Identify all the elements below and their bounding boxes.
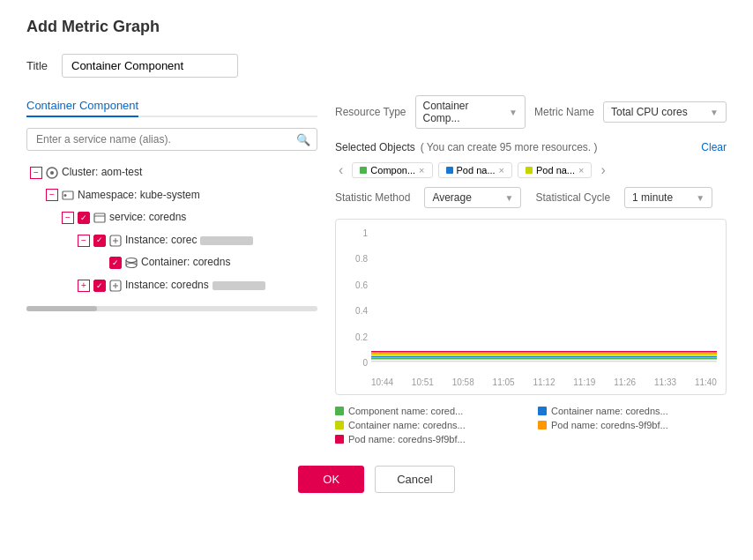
legend-dot-5 xyxy=(335,435,344,444)
tab-container-component[interactable]: Container Component xyxy=(26,95,138,117)
y-label-0: 0 xyxy=(362,358,368,368)
expand-icon-service[interactable]: − xyxy=(62,212,74,224)
tree-node-container[interactable]: Container: coredns xyxy=(26,251,317,274)
tree-node-cluster[interactable]: − Cluster: aom-test xyxy=(26,161,317,184)
nav-arrow-left[interactable]: ‹ xyxy=(335,162,347,178)
legend-text-5: Pod name: coredns-9f9bf... xyxy=(348,434,466,444)
expand-icon-cluster[interactable]: − xyxy=(30,167,42,179)
title-label: Title xyxy=(26,59,53,72)
x-label-1140: 11:40 xyxy=(695,377,717,387)
tag-3-text: Pod na... xyxy=(536,165,575,175)
y-label-08: 0.8 xyxy=(355,254,368,264)
service-label: service: coredns xyxy=(109,208,186,228)
chart-svg xyxy=(371,228,717,368)
statistical-cycle-arrow: ▼ xyxy=(696,193,705,203)
cluster-label: Cluster: aom-test xyxy=(62,163,142,183)
ok-button[interactable]: OK xyxy=(298,466,364,493)
title-input[interactable] xyxy=(62,54,238,78)
resource-type-select[interactable]: Container Comp... ▼ xyxy=(415,95,526,129)
x-label-1051: 10:51 xyxy=(412,377,434,387)
tag-1-dot xyxy=(360,167,367,174)
selected-objects-hint: ( You can create 95 more resources. ) xyxy=(421,141,598,153)
statistical-cycle-label: Statistical Cycle xyxy=(535,191,610,204)
x-label-1112: 11:12 xyxy=(533,377,555,387)
search-input[interactable] xyxy=(26,128,317,151)
clear-button[interactable]: Clear xyxy=(701,141,727,153)
legend-text-2: Container name: coredns... xyxy=(551,406,668,416)
expand-icon-namespace[interactable]: − xyxy=(46,189,58,201)
cluster-icon xyxy=(46,167,58,179)
tag-3-remove[interactable]: × xyxy=(578,165,584,175)
statistical-cycle-value: 1 minute xyxy=(632,191,692,204)
legend-item-5: Pod name: coredns-9f9bf... xyxy=(335,434,524,444)
instance2-blur xyxy=(212,281,265,290)
checkbox-service[interactable] xyxy=(78,212,90,224)
tag-1-text: Compon... xyxy=(370,165,415,175)
instance2-icon xyxy=(109,280,122,292)
footer-buttons: OK Cancel xyxy=(26,466,727,493)
legend-item-2: Container name: coredns... xyxy=(538,406,727,416)
tree-container: − Cluster: aom-test − Namespace: kube-sy… xyxy=(26,161,317,297)
tag-2-text: Pod na... xyxy=(457,165,496,175)
cancel-button[interactable]: Cancel xyxy=(375,466,454,493)
legend-text-4: Pod name: coredns-9f9bf... xyxy=(551,420,668,430)
legend-area: Component name: cored... Container name:… xyxy=(335,406,727,444)
y-label-06: 0.6 xyxy=(355,280,368,290)
metric-name-arrow: ▼ xyxy=(710,108,719,117)
legend-text-3: Container name: coredns... xyxy=(348,420,466,430)
statistic-method-arrow: ▼ xyxy=(504,193,513,203)
title-row: Title xyxy=(26,54,727,78)
tree-node-service[interactable]: − service: coredns xyxy=(26,206,317,229)
statistic-method-label: Statistic Method xyxy=(335,191,410,204)
instance1-label: Instance: corec xyxy=(125,231,197,250)
namespace-label: Namespace: kube-system xyxy=(78,186,200,205)
svg-point-3 xyxy=(64,194,67,197)
tree-node-namespace[interactable]: − Namespace: kube-system xyxy=(26,184,317,207)
tree-node-instance1[interactable]: − Instance: corec xyxy=(26,229,317,252)
statistical-cycle-select[interactable]: 1 minute ▼ xyxy=(624,187,712,208)
tag-3-dot xyxy=(526,167,533,174)
x-label-1058: 10:58 xyxy=(452,377,474,387)
tree-node-instance2[interactable]: + Instance: coredns xyxy=(26,274,317,297)
expand-icon-instance1[interactable]: − xyxy=(78,235,90,247)
right-panel: Resource Type Container Comp... ▼ Metric… xyxy=(335,95,727,444)
service-icon xyxy=(93,212,106,224)
selected-objects-label: Selected Objects xyxy=(335,141,415,153)
nav-arrow-right[interactable]: › xyxy=(597,162,608,178)
metric-name-label: Metric Name xyxy=(534,106,594,118)
tag-1-remove[interactable]: × xyxy=(419,165,424,175)
instance2-label: Instance: coredns xyxy=(125,276,209,295)
x-label-1044: 10:44 xyxy=(371,377,393,387)
tag-2-remove[interactable]: × xyxy=(499,165,504,175)
legend-dot-3 xyxy=(335,421,344,429)
tag-2: Pod na... × xyxy=(438,162,512,178)
instance1-blur xyxy=(200,236,253,245)
legend-dot-1 xyxy=(335,407,344,415)
x-label-1126: 11:26 xyxy=(614,377,636,387)
container-icon xyxy=(125,257,138,269)
legend-dot-4 xyxy=(538,421,547,429)
x-label-1133: 11:33 xyxy=(654,377,676,387)
statistic-method-select[interactable]: Average ▼ xyxy=(424,187,521,208)
expand-icon-instance2[interactable]: + xyxy=(78,280,90,292)
resource-type-value: Container Comp... xyxy=(423,100,506,124)
resource-type-arrow: ▼ xyxy=(509,108,518,117)
legend-item-1: Component name: cored... xyxy=(335,406,524,416)
scroll-bar[interactable] xyxy=(26,306,317,311)
main-content: Container Component 🔍 − Cluster: aom-tes… xyxy=(26,95,727,444)
svg-point-9 xyxy=(126,258,137,263)
add-metric-graph-dialog: Add Metric Graph Title Container Compone… xyxy=(0,0,753,560)
selected-objects-row: Selected Objects ( You can create 95 mor… xyxy=(335,141,727,153)
checkbox-container[interactable] xyxy=(109,257,122,269)
statistic-row: Statistic Method Average ▼ Statistical C… xyxy=(335,187,727,208)
tag-3: Pod na... × xyxy=(518,162,592,178)
y-axis: 1 0.8 0.6 0.4 0.2 0 xyxy=(343,228,368,368)
x-label-1105: 11:05 xyxy=(493,377,515,387)
legend-item-4: Pod name: coredns-9f9bf... xyxy=(538,420,727,430)
metric-name-select[interactable]: Total CPU cores ▼ xyxy=(603,101,727,123)
y-label-04: 0.4 xyxy=(355,306,368,316)
checkbox-instance1[interactable] xyxy=(93,235,106,247)
checkbox-instance2[interactable] xyxy=(93,280,106,292)
x-label-1119: 11:19 xyxy=(573,377,595,387)
y-label-1: 1 xyxy=(362,228,368,238)
